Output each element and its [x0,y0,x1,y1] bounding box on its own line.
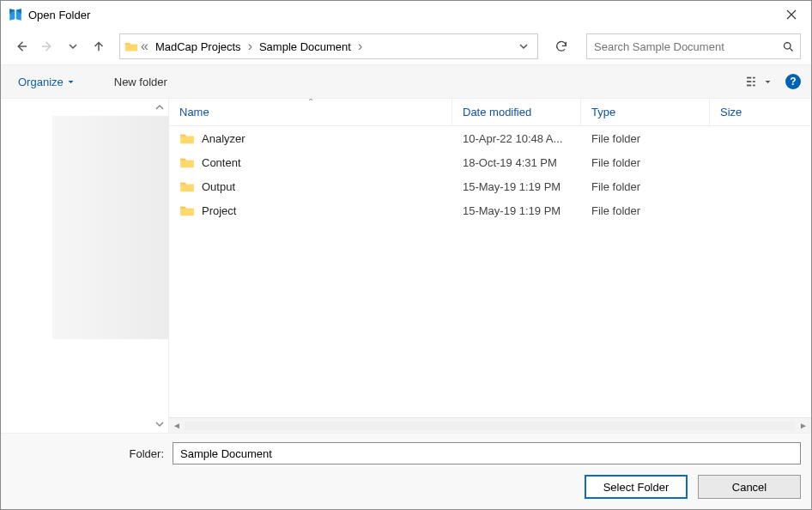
col-date-label: Date modified [463,106,531,118]
file-list-area: ⌃ Name Date modified Type Size Analyzer1… [169,99,811,433]
toolbar: Organize New folder ? [1,64,811,99]
sort-caret-icon: ⌃ [307,99,314,106]
chevron-right-icon: › [356,39,364,54]
breadcrumb-item[interactable]: MadCap Projects [150,34,246,58]
file-date: 18-Oct-19 4:31 PM [452,156,581,169]
new-folder-button[interactable]: New folder [107,72,174,92]
window-title: Open Folder [28,9,90,21]
dialog-footer: Folder: Select Folder Cancel [1,433,811,509]
folder-icon [179,156,195,168]
view-options[interactable] [747,76,772,88]
svg-rect-3 [747,85,751,87]
file-type: File folder [581,132,710,145]
col-type[interactable]: Type [581,99,710,125]
nav-pane-placeholder [52,116,169,339]
folder-icon [179,204,195,216]
svg-rect-5 [753,81,755,82]
file-name: Output [202,180,235,193]
folder-name-row: Folder: [11,442,801,464]
table-row[interactable]: Output15-May-19 1:19 PMFile folder [169,174,811,198]
column-headers: ⌃ Name Date modified Type Size [169,99,811,126]
breadcrumb-bar[interactable]: « MadCap Projects › Sample Document › [119,33,538,59]
scroll-track[interactable] [185,422,796,430]
app-icon [8,7,23,22]
table-row[interactable]: Analyzer10-Apr-22 10:48 A...File folder [169,126,811,150]
close-button[interactable] [772,1,811,28]
organize-menu[interactable]: Organize [11,72,82,92]
horizontal-scrollbar[interactable]: ◄ ► [169,417,811,433]
svg-rect-1 [747,77,751,79]
svg-rect-6 [753,85,755,87]
back-button[interactable] [11,34,32,58]
file-name: Content [202,156,241,169]
breadcrumb-item[interactable]: Sample Document [254,34,356,58]
nav-row: « MadCap Projects › Sample Document › [1,28,811,64]
folder-icon [124,40,139,52]
file-date: 15-May-19 1:19 PM [452,180,581,193]
help-icon[interactable]: ? [785,74,801,89]
chevron-right-icon: › [246,39,254,54]
button-row: Select Folder Cancel [11,475,801,499]
file-list[interactable]: Analyzer10-Apr-22 10:48 A...File folderC… [169,126,811,417]
select-folder-button[interactable]: Select Folder [585,475,688,499]
file-name: Project [202,204,236,217]
folder-icon [179,180,195,192]
folder-icon [179,132,195,144]
file-type: File folder [581,156,710,169]
col-name-label: Name [179,106,209,118]
forward-button[interactable] [37,34,58,58]
path-dropdown[interactable] [513,41,534,52]
scroll-right-icon[interactable]: ► [796,421,811,430]
file-type: File folder [581,204,710,217]
svg-rect-2 [747,81,751,82]
title-bar: Open Folder [1,1,811,28]
search-box[interactable] [586,33,801,59]
col-size-label: Size [720,106,742,118]
search-input[interactable] [587,40,776,53]
scroll-left-icon[interactable]: ◄ [169,421,185,430]
col-date[interactable]: Date modified [452,99,581,125]
svg-rect-4 [753,77,755,79]
recent-dropdown[interactable] [63,34,83,58]
folder-label: Folder: [11,447,164,460]
refresh-button[interactable] [548,33,574,59]
cancel-button[interactable]: Cancel [698,475,801,499]
chevron-left-icon: « [139,39,150,54]
file-name: Analyzer [202,132,245,145]
svg-point-0 [784,42,791,49]
col-size[interactable]: Size [710,99,811,125]
new-folder-label: New folder [114,76,167,88]
up-button[interactable] [88,34,109,58]
organize-label: Organize [18,76,64,88]
table-row[interactable]: Project15-May-19 1:19 PMFile folder [169,198,811,222]
col-type-label: Type [591,106,615,118]
nav-pane[interactable] [1,99,169,433]
file-date: 10-Apr-22 10:48 A... [452,132,581,145]
col-name[interactable]: ⌃ Name [169,99,452,125]
folder-name-input[interactable] [173,442,801,464]
scroll-down-icon[interactable] [155,419,165,429]
file-type: File folder [581,180,710,193]
dialog-body: ⌃ Name Date modified Type Size Analyzer1… [1,99,811,433]
search-icon[interactable] [776,40,800,53]
file-date: 15-May-19 1:19 PM [452,204,581,217]
table-row[interactable]: Content18-Oct-19 4:31 PMFile folder [169,150,811,174]
scroll-up-icon[interactable] [155,102,165,112]
